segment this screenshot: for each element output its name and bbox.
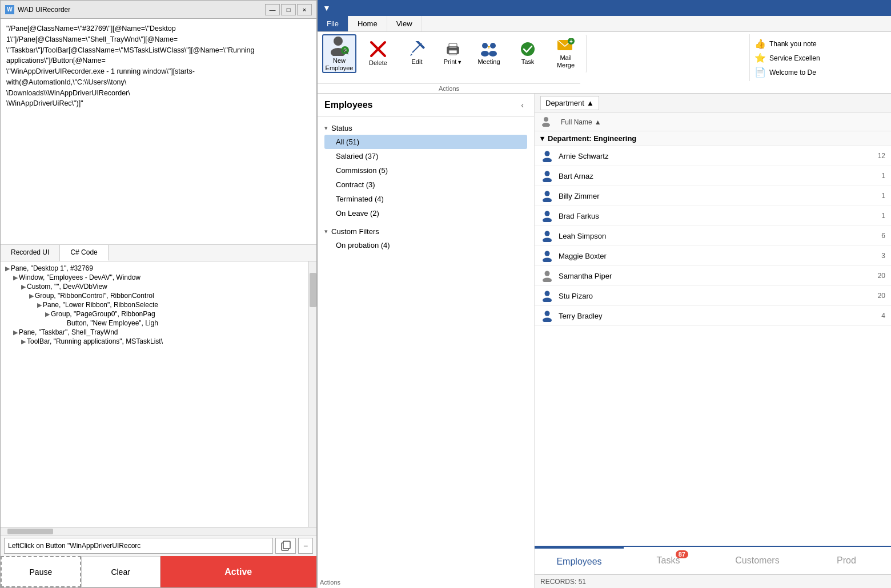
bottom-nav: Employees Tasks 87 Customers Prod xyxy=(535,546,891,574)
svg-point-30 xyxy=(545,191,550,196)
avatar-stu xyxy=(540,289,554,303)
doc-icon: 📄 xyxy=(754,67,766,78)
employee-row-maggie[interactable]: Maggie Boxter 3 xyxy=(535,246,891,266)
ribbon-tab-file[interactable]: File xyxy=(318,16,348,31)
filter-terminated[interactable]: Terminated (4) xyxy=(324,192,527,206)
filter-commission[interactable]: Commission (5) xyxy=(324,163,527,178)
bottom-action-bar: − xyxy=(1,535,316,556)
employee-row-bart[interactable]: Bart Arnaz 1 xyxy=(535,166,891,186)
print-button[interactable]: Print ▼ xyxy=(439,34,467,73)
tree-area: ▶ Pane, "Desktop 1", #32769 ▶ Window, "E… xyxy=(1,261,316,527)
filter-on-probation[interactable]: On probation (4) xyxy=(324,238,527,252)
nav-tasks[interactable]: Tasks 87 xyxy=(624,547,713,574)
ribbon-tab-view[interactable]: View xyxy=(387,16,422,31)
avatar-billy xyxy=(540,189,554,203)
meeting-icon xyxy=(480,41,497,57)
emp-name-billy: Billy Zimmer xyxy=(559,192,864,200)
emp-name-leah: Leah Simpson xyxy=(559,232,864,240)
employee-row-arnie[interactable]: Arnie Schwartz 12 xyxy=(535,146,891,166)
svg-point-42 xyxy=(545,311,550,316)
task-button[interactable]: Task xyxy=(511,34,545,73)
ribbon-tab-home[interactable]: Home xyxy=(348,16,387,31)
dept-arrow-icon: ▾ xyxy=(540,134,544,143)
copy-button[interactable] xyxy=(275,538,296,554)
collapse-action-button[interactable]: − xyxy=(298,538,313,554)
minimize-button[interactable]: — xyxy=(265,4,280,15)
tree-item-2[interactable]: ▶ Custom, "", DevAVDbView xyxy=(1,282,316,291)
employee-row-leah[interactable]: Leah Simpson 6 xyxy=(535,226,891,246)
code-display: "/Pane[@ClassName=\"#32769\"][@Name=\"De… xyxy=(1,19,316,244)
h-scrollbar[interactable] xyxy=(1,527,316,535)
employee-row-brad[interactable]: Brad Farkus 1 xyxy=(535,206,891,226)
scrollbar-thumb[interactable] xyxy=(310,273,316,307)
dept-filter-arrow-icon: ▲ xyxy=(587,99,594,107)
svg-point-16 xyxy=(481,51,489,57)
svg-point-39 xyxy=(543,278,552,283)
status-group-header[interactable]: ▾ Status xyxy=(324,122,527,135)
nav-customers[interactable]: Customers xyxy=(713,547,802,574)
mail-merge-button[interactable]: + MailMerge xyxy=(549,34,587,73)
print-icon xyxy=(445,41,461,57)
svg-point-29 xyxy=(543,178,552,183)
employee-row-billy[interactable]: Billy Zimmer 1 xyxy=(535,186,891,206)
svg-text:+: + xyxy=(569,38,573,45)
records-count: RECORDS: 51 xyxy=(540,578,586,586)
template-thank-you[interactable]: 👍 Thank you note xyxy=(752,37,884,51)
svg-point-37 xyxy=(543,258,552,263)
delete-button[interactable]: Delete xyxy=(361,34,395,73)
template-service[interactable]: ⭐ Service Excellen xyxy=(752,51,884,65)
avatar-leah xyxy=(540,229,554,243)
filter-all[interactable]: All (51) xyxy=(324,135,527,149)
tree-scrollbar[interactable] xyxy=(308,261,316,527)
custom-filters-group-header[interactable]: ▾ Custom Filters xyxy=(324,225,527,238)
quick-access-dropdown[interactable]: ▼ xyxy=(321,3,332,13)
quick-access-toolbar: ▼ xyxy=(318,0,891,16)
filter-contract[interactable]: Contract (3) xyxy=(324,178,527,192)
svg-rect-19 xyxy=(488,46,490,47)
nav-employees[interactable]: Employees xyxy=(535,547,624,574)
employee-row-samantha[interactable]: Samantha Piper 20 xyxy=(535,266,891,286)
meeting-button[interactable]: Meeting xyxy=(472,34,506,73)
name-col-header[interactable]: Full Name ▲ xyxy=(561,118,864,126)
employee-row-stu[interactable]: Stu Pizaro 20 xyxy=(535,286,891,306)
template-welcome[interactable]: 📄 Welcome to De xyxy=(752,65,884,79)
actions-label-bar: Actions xyxy=(318,83,580,93)
tree-item-6[interactable]: ▶ Button, "New Employee", Ligh xyxy=(1,319,316,328)
filter-on-leave[interactable]: On Leave (2) xyxy=(324,206,527,220)
edit-label: Edit xyxy=(412,58,423,66)
print-label: Print xyxy=(444,58,457,66)
tree-item-4[interactable]: ▶ Pane, "Lower Ribbon", RibbonSelecte xyxy=(1,300,316,309)
tree-item-7[interactable]: ▶ Pane, "Taskbar", Shell_TrayWnd xyxy=(1,328,316,337)
emp-num-terry: 4 xyxy=(868,312,885,320)
sidebar-collapse-button[interactable]: ‹ xyxy=(517,99,527,111)
action-input[interactable] xyxy=(4,538,273,554)
tree-scroll[interactable]: ▶ Pane, "Desktop 1", #32769 ▶ Window, "E… xyxy=(1,264,316,525)
new-employee-button[interactable]: + ↖ NewEmployee xyxy=(322,34,356,73)
filter-salaried[interactable]: Salaried (37) xyxy=(324,149,527,163)
h-scrollbar-thumb[interactable] xyxy=(7,529,53,534)
department-filter[interactable]: Department ▲ xyxy=(540,96,599,110)
clear-button[interactable]: Clear xyxy=(81,556,160,587)
active-button[interactable]: Active xyxy=(160,556,317,587)
customers-nav-label: Customers xyxy=(735,555,779,566)
close-button[interactable]: × xyxy=(297,4,312,15)
maximize-button[interactable]: □ xyxy=(281,4,296,15)
svg-point-43 xyxy=(543,318,552,323)
tree-item-1[interactable]: ▶ Window, "Employees - DevAV", Window xyxy=(1,273,316,282)
employee-row-terry[interactable]: Terry Bradley 4 xyxy=(535,306,891,326)
emp-num-billy: 1 xyxy=(868,192,885,200)
task-label: Task xyxy=(521,58,535,66)
nav-prod[interactable]: Prod xyxy=(802,547,891,574)
tab-recorded-ui[interactable]: Recorded UI xyxy=(1,245,60,261)
edit-button[interactable]: Edit xyxy=(400,34,434,73)
tree-item-8[interactable]: ▶ ToolBar, "Running applications", MSTas… xyxy=(1,337,316,346)
pause-button[interactable]: Pause xyxy=(1,556,81,587)
svg-point-32 xyxy=(545,211,550,216)
dept-filter-label: Department xyxy=(545,99,584,107)
avatar-arnie xyxy=(540,149,554,163)
tree-item-3[interactable]: ▶ Group, "RibbonControl", RibbonControl xyxy=(1,291,316,300)
tree-item-0[interactable]: ▶ Pane, "Desktop 1", #32769 xyxy=(1,264,316,273)
tree-item-5[interactable]: ▶ Group, "PageGroup0", RibbonPag xyxy=(1,309,316,319)
svg-point-24 xyxy=(544,117,548,122)
tab-csharp-code[interactable]: C# Code xyxy=(60,245,108,261)
